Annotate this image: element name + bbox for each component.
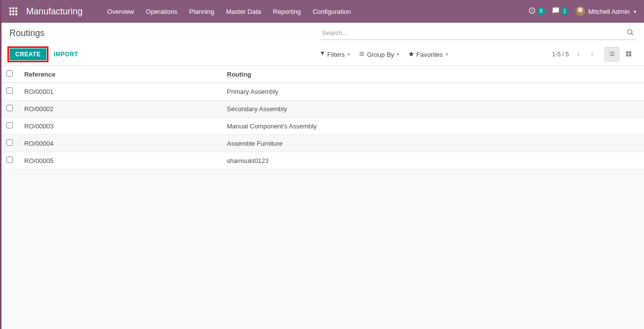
chevron-down-icon: ▾ [397, 52, 399, 57]
table-row[interactable]: RO/00003Manual Component's Assembly [1, 118, 644, 135]
row-checkbox[interactable] [6, 157, 13, 163]
row-checkbox[interactable] [6, 105, 13, 111]
pager-next[interactable] [588, 48, 597, 60]
activity-badge: 9 [537, 8, 545, 15]
topbar-right: 9 1 Mitchell Admin ▾ [528, 6, 636, 16]
filters-button[interactable]: Filters ▾ [320, 51, 350, 58]
funnel-icon [320, 51, 325, 58]
activities-button[interactable]: 9 [528, 7, 545, 16]
menu-reporting[interactable]: Reporting [268, 5, 305, 18]
select-all-checkbox[interactable] [6, 70, 13, 77]
svg-rect-7 [12, 13, 14, 15]
pager-prev[interactable] [574, 48, 583, 60]
cell-reference: RO/00001 [19, 83, 222, 100]
filters-label: Filters [327, 51, 344, 58]
app-title[interactable]: Manufacturing [26, 6, 83, 17]
clock-icon [528, 7, 536, 16]
search-icon[interactable] [625, 29, 636, 38]
cell-reference: RO/00005 [19, 152, 222, 169]
table-row[interactable]: RO/00002Secondary Assembly [1, 100, 644, 118]
create-button[interactable]: CREATE [9, 48, 46, 60]
svg-rect-3 [9, 10, 11, 12]
groupby-label: Group By [367, 51, 394, 58]
cell-routing: Secondary Assembly [222, 100, 644, 118]
svg-rect-0 [9, 7, 11, 9]
chat-icon [552, 7, 559, 16]
chevron-down-icon: ▾ [634, 9, 636, 14]
cell-reference: RO/00002 [19, 100, 222, 118]
svg-rect-8 [15, 13, 17, 15]
user-menu[interactable]: Mitchell Admin ▾ [575, 6, 636, 16]
list-view-icon [608, 50, 615, 59]
page-title: Routings [9, 28, 44, 39]
import-button[interactable]: IMPORT [53, 51, 78, 58]
column-reference[interactable]: Reference [19, 66, 222, 83]
view-kanban-button[interactable] [621, 47, 636, 62]
chevron-down-icon: ▾ [347, 52, 350, 57]
chevron-down-icon: ▾ [446, 52, 448, 57]
svg-rect-1 [12, 7, 14, 9]
chat-badge: 1 [561, 8, 569, 15]
svg-rect-4 [12, 10, 14, 12]
user-name: Mitchell Admin [588, 8, 630, 15]
pager-text: 1-5 / 5 [552, 51, 569, 58]
groupby-button[interactable]: Group By ▾ [359, 51, 399, 58]
main-menu: Overview Operations Planning Master Data… [102, 5, 356, 18]
cell-routing: shamsukt0123 [222, 152, 644, 169]
cell-routing: Primary Assembly [222, 83, 644, 100]
list-icon [359, 51, 365, 58]
table-row[interactable]: RO/00005shamsukt0123 [1, 152, 644, 169]
menu-operations[interactable]: Operations [141, 5, 182, 18]
discuss-button[interactable]: 1 [552, 7, 569, 16]
svg-rect-5 [15, 10, 17, 12]
apps-icon[interactable] [9, 7, 17, 15]
table-row[interactable]: RO/00001Primary Assembly [1, 83, 644, 100]
view-list-button[interactable] [604, 47, 619, 62]
row-checkbox[interactable] [6, 87, 13, 94]
svg-rect-2 [15, 7, 17, 9]
table-row[interactable]: RO/00004Assemble Furniture [1, 135, 644, 152]
favorites-label: Favorites [416, 51, 442, 58]
menu-master-data[interactable]: Master Data [221, 5, 266, 18]
create-highlight: CREATE [7, 46, 48, 62]
pager: 1-5 / 5 [552, 48, 597, 60]
cell-reference: RO/00004 [19, 135, 222, 152]
control-panel: Routings CREATE IMPORT Filters ▾ [1, 23, 644, 66]
search-input[interactable] [320, 28, 625, 38]
menu-configuration[interactable]: Configuration [308, 5, 356, 18]
kanban-view-icon [625, 50, 632, 59]
row-checkbox[interactable] [6, 139, 13, 146]
favorites-button[interactable]: Favorites ▾ [408, 51, 448, 58]
cell-reference: RO/00003 [19, 118, 222, 135]
routings-table: Reference Routing RO/00001Primary Assemb… [1, 66, 644, 169]
topbar: Manufacturing Overview Operations Planni… [1, 0, 644, 23]
menu-overview[interactable]: Overview [102, 5, 139, 18]
cell-routing: Assemble Furniture [222, 135, 644, 152]
row-checkbox[interactable] [6, 122, 13, 128]
svg-rect-6 [9, 13, 11, 15]
cell-routing: Manual Component's Assembly [222, 118, 644, 135]
avatar [575, 6, 585, 16]
star-icon [408, 51, 414, 58]
column-routing[interactable]: Routing [222, 66, 644, 83]
menu-planning[interactable]: Planning [184, 5, 219, 18]
search-bar[interactable] [320, 26, 636, 40]
